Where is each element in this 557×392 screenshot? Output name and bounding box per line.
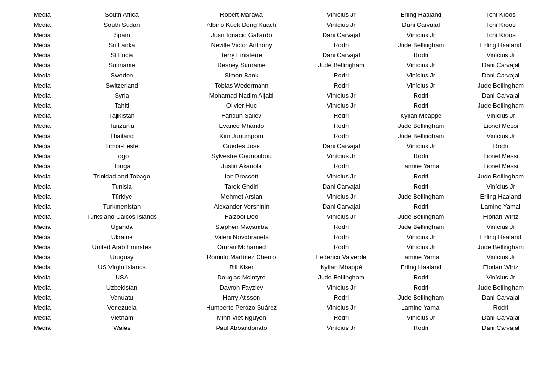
cell-13-1: Timor-Leste <box>65 141 179 151</box>
cell-31-1: Wales <box>65 323 179 333</box>
cell-17-3: Dani Carvajal <box>304 181 378 191</box>
cell-12-1: Thailand <box>65 131 179 141</box>
table-row: MediaTogoSylvestre GounoubouVinícius JrR… <box>19 151 538 161</box>
cell-10-1: Tajikistan <box>65 111 179 121</box>
table-row: MediaSouth AfricaRobert MarawaVinícius J… <box>19 10 538 20</box>
cell-17-5: Vinícius Jr <box>464 181 538 191</box>
table-row: MediaTajikistanFaridun SalievRodriKylian… <box>19 111 538 121</box>
table-row: MediaTimor-LesteGuedes JoseDani Carvajal… <box>19 141 538 151</box>
cell-30-3: Rodri <box>304 313 378 323</box>
cell-23-3: Rodri <box>304 242 378 252</box>
cell-22-3: Rodri <box>304 232 378 242</box>
cell-18-3: Vinícius Jr <box>304 191 378 202</box>
cell-6-1: Sweden <box>65 70 179 80</box>
cell-5-2: Desney Surname <box>179 60 304 70</box>
table-row: MediaTunisiaTarek GhdiriDani CarvajalRod… <box>19 181 538 191</box>
cell-4-2: Terry Finisterre <box>179 50 304 60</box>
cell-7-4: Vinícius Jr <box>378 80 464 90</box>
cell-22-4: Vinícius Jr <box>378 232 464 242</box>
cell-3-0: Media <box>19 40 65 50</box>
table-row: MediaSri LankaNeville Victor AnthonyRodr… <box>19 40 538 50</box>
table-row: MediaSwitzerlandTobias WedermannRodriVin… <box>19 80 538 90</box>
cell-27-1: Uzbekistan <box>65 282 179 292</box>
table-row: MediaTürkiyeMehmet ArslanVinícius JrJude… <box>19 191 538 202</box>
cell-29-1: Venezuela <box>65 303 179 313</box>
cell-7-0: Media <box>19 80 65 90</box>
cell-5-5: Dani Carvajal <box>464 60 538 70</box>
cell-26-5: Vinícius Jr <box>464 272 538 282</box>
cell-24-3: Federico Valverde <box>304 252 378 262</box>
cell-25-3: Kylian Mbappé <box>304 262 378 272</box>
cell-23-0: Media <box>19 242 65 252</box>
cell-2-5: Toni Kroos <box>464 30 538 40</box>
cell-26-3: Jude Bellingham <box>304 272 378 282</box>
cell-11-1: Tanzania <box>65 121 179 131</box>
cell-19-3: Dani Carvajal <box>304 202 378 212</box>
cell-29-5: Rodri <box>464 303 538 313</box>
table-row: MediaSouth SudanAlbino Kuek Deng KuachVi… <box>19 20 538 30</box>
cell-4-1: St Lucia <box>65 50 179 60</box>
cell-2-4: Vinícius Jr <box>378 30 464 40</box>
cell-8-1: Syria <box>65 90 179 101</box>
cell-0-2: Robert Marawa <box>179 10 304 20</box>
cell-14-4: Rodri <box>378 151 464 161</box>
cell-16-5: Jude Bellingham <box>464 171 538 181</box>
cell-0-1: South Africa <box>65 10 179 20</box>
table-row: MediaSt LuciaTerry FinisterreDani Carvaj… <box>19 50 538 60</box>
cell-31-2: Paul Abbandonato <box>179 323 304 333</box>
cell-26-4: Rodri <box>378 272 464 282</box>
cell-9-0: Media <box>19 101 65 111</box>
cell-22-2: Valerii Novobranets <box>179 232 304 242</box>
cell-4-0: Media <box>19 50 65 60</box>
cell-27-2: Davron Fayziev <box>179 282 304 292</box>
cell-30-4: Vinícius Jr <box>378 313 464 323</box>
cell-10-2: Faridun Saliev <box>179 111 304 121</box>
table-row: MediaUruguayRómulo Martínez ChenloFederi… <box>19 252 538 262</box>
cell-3-4: Jude Bellingham <box>378 40 464 50</box>
cell-20-1: Turks and Caicos Islands <box>65 212 179 222</box>
cell-21-5: Vinícius Jr <box>464 222 538 232</box>
cell-19-4: Rodri <box>378 202 464 212</box>
cell-17-4: Rodri <box>378 181 464 191</box>
cell-19-0: Media <box>19 202 65 212</box>
cell-15-3: Rodri <box>304 161 378 171</box>
table-row: MediaTurks and Caicos IslandsFaizool Deo… <box>19 212 538 222</box>
cell-19-2: Alexander Vershinin <box>179 202 304 212</box>
cell-12-5: Vinícius Jr <box>464 131 538 141</box>
cell-7-1: Switzerland <box>65 80 179 90</box>
cell-9-4: Rodri <box>378 101 464 111</box>
cell-5-4: Vinícius Jr <box>378 60 464 70</box>
cell-28-5: Dani Carvajal <box>464 292 538 303</box>
cell-25-0: Media <box>19 262 65 272</box>
cell-29-4: Lamine Yamal <box>378 303 464 313</box>
cell-18-0: Media <box>19 191 65 202</box>
cell-8-2: Mohamad Nadim Aljabi <box>179 90 304 101</box>
cell-2-1: Spain <box>65 30 179 40</box>
cell-15-0: Media <box>19 161 65 171</box>
cell-12-2: Kim Junumporn <box>179 131 304 141</box>
cell-7-5: Jude Bellingham <box>464 80 538 90</box>
cell-20-5: Florian Wirtz <box>464 212 538 222</box>
cell-10-3: Rodri <box>304 111 378 121</box>
cell-16-4: Rodri <box>378 171 464 181</box>
cell-8-0: Media <box>19 90 65 101</box>
cell-23-4: Vinícius Jr <box>378 242 464 252</box>
cell-2-2: Juan Ignacio Gallardo <box>179 30 304 40</box>
cell-16-3: Vinícius Jr <box>304 171 378 181</box>
cell-12-3: Rodri <box>304 131 378 141</box>
cell-31-3: Vinícius Jr <box>304 323 378 333</box>
table-row: MediaSpainJuan Ignacio GallardoDani Carv… <box>19 30 538 40</box>
cell-8-5: Dani Carvajal <box>464 90 538 101</box>
cell-24-5: Vinícius Jr <box>464 252 538 262</box>
cell-23-1: United Arab Emirates <box>65 242 179 252</box>
cell-16-0: Media <box>19 171 65 181</box>
cell-10-4: Kylian Mbappé <box>378 111 464 121</box>
cell-14-0: Media <box>19 151 65 161</box>
cell-28-4: Jude Bellingham <box>378 292 464 303</box>
cell-30-2: Minh Viet Nguyen <box>179 313 304 323</box>
cell-13-3: Dani Carvajal <box>304 141 378 151</box>
table-row: MediaSyriaMohamad Nadim AljabiVinícius J… <box>19 90 538 101</box>
cell-20-4: Jude Bellingham <box>378 212 464 222</box>
main-container: MediaSouth AfricaRobert MarawaVinícius J… <box>0 0 557 342</box>
cell-18-2: Mehmet Arslan <box>179 191 304 202</box>
